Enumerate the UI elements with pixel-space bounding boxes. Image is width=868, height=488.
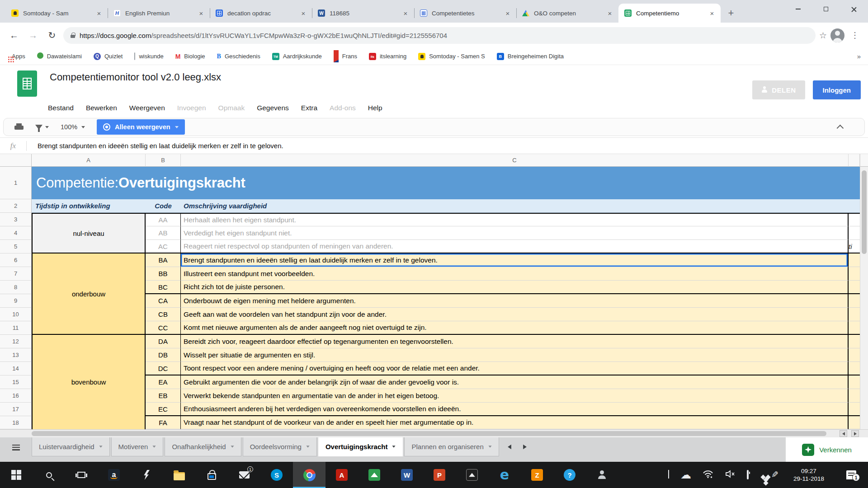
- code-cell-AA[interactable]: AA: [146, 213, 181, 226]
- code-cell-BB[interactable]: BB: [146, 267, 181, 281]
- description-cell-BC[interactable]: Richt zich tot de juiste personen.: [181, 281, 849, 294]
- column-header-B[interactable]: B: [146, 154, 181, 167]
- sheet-tab-luistervaardigheid[interactable]: Luistervaardigheid: [32, 437, 110, 456]
- onedrive-icon[interactable]: ☁: [680, 469, 691, 480]
- tab-close-icon[interactable]: ×: [401, 9, 410, 17]
- mail-taskbar-icon[interactable]: 1: [228, 462, 260, 488]
- description-cell-EB[interactable]: Verwerkt bekende standpunten en argument…: [181, 389, 849, 403]
- browser-tab[interactable]: decatlon opdrac×: [210, 4, 312, 23]
- vertical-scrollbar[interactable]: [860, 167, 868, 429]
- edge-cell-15[interactable]: [849, 375, 860, 389]
- browser-menu-icon[interactable]: ⋮: [848, 30, 862, 40]
- skype-taskbar-icon[interactable]: S: [260, 462, 293, 488]
- competence-banner-cell[interactable]: Competentie: Overtuigingskracht: [32, 167, 860, 199]
- new-tab-button[interactable]: +: [724, 6, 738, 20]
- description-cell-CC[interactable]: Komt met nieuwe argumenten als de ander …: [181, 321, 849, 335]
- chrome-taskbar-icon[interactable]: [293, 462, 326, 488]
- description-cell-AC[interactable]: Reageert niet respectvol op standpunten …: [181, 240, 849, 253]
- wifi-icon[interactable]: [703, 469, 713, 480]
- description-cell-EC[interactable]: Enthousiasmeert anderen bij het verdedig…: [181, 403, 849, 416]
- prev-sheets-icon[interactable]: [508, 445, 511, 449]
- close-button[interactable]: [840, 0, 868, 18]
- menu-help[interactable]: Help: [368, 104, 382, 112]
- row-header-13[interactable]: 13: [0, 348, 32, 362]
- people-taskbar-icon[interactable]: [586, 462, 618, 488]
- group-cell-onderbouw[interactable]: onderbouw: [32, 253, 146, 335]
- explore-button[interactable]: Verkennen: [786, 437, 868, 462]
- description-cell-FA[interactable]: Vraagt naar het standpunt of de voorkeur…: [181, 416, 849, 429]
- volume-muted-icon[interactable]: [725, 469, 736, 480]
- sheet-tab-caret-icon[interactable]: [153, 446, 156, 448]
- sheet-tab-caret-icon[interactable]: [392, 446, 396, 448]
- code-cell-FA[interactable]: FA: [146, 416, 181, 429]
- zermelo-taskbar-icon[interactable]: Z: [521, 462, 553, 488]
- row-header-3[interactable]: 3: [0, 213, 32, 226]
- bookmark-item[interactable]: Apps: [8, 53, 25, 60]
- edge-cell-10[interactable]: [849, 308, 860, 321]
- edge-cell-18[interactable]: [849, 416, 860, 429]
- edge-cell-5[interactable]: ti: [849, 240, 860, 253]
- tab-close-icon[interactable]: ×: [197, 9, 205, 17]
- share-button[interactable]: DELEN: [752, 80, 805, 99]
- sheet-tab-caret-icon[interactable]: [306, 446, 309, 448]
- start-taskbar-icon[interactable]: [0, 462, 33, 488]
- column-header-A[interactable]: A: [32, 154, 146, 167]
- bookmarks-overflow-icon[interactable]: »: [857, 52, 860, 60]
- back-button[interactable]: ←: [6, 28, 22, 43]
- bookmark-item[interactable]: Frans: [334, 53, 357, 60]
- edge-cell-14[interactable]: [849, 362, 860, 375]
- row-header-2[interactable]: 2: [0, 199, 32, 213]
- menu-opmaak[interactable]: Opmaak: [218, 104, 245, 112]
- tab-close-icon[interactable]: ×: [95, 9, 103, 17]
- collapse-toolbar-icon[interactable]: [837, 124, 844, 131]
- tab-close-icon[interactable]: ×: [504, 9, 512, 17]
- browser-tab[interactable]: HEnglish Premiun×: [108, 4, 210, 23]
- maximize-button[interactable]: [812, 0, 840, 18]
- lightning-taskbar-icon[interactable]: [130, 462, 163, 488]
- code-cell-EC[interactable]: EC: [146, 403, 181, 416]
- code-cell-BC[interactable]: BC: [146, 281, 181, 294]
- row-header-18[interactable]: 18: [0, 416, 32, 429]
- row-header-8[interactable]: 8: [0, 281, 32, 294]
- edge-cell-8[interactable]: [849, 281, 860, 294]
- code-cell-CA[interactable]: CA: [146, 294, 181, 308]
- edge-cell-7[interactable]: [849, 267, 860, 281]
- sheet-tab-caret-icon[interactable]: [488, 446, 491, 448]
- tray-expand-icon[interactable]: [668, 471, 669, 479]
- group-cell-bovenbouw[interactable]: bovenbouw: [32, 335, 146, 429]
- menu-add-ons[interactable]: Add-ons: [330, 104, 356, 112]
- photos-green-taskbar-icon[interactable]: [358, 462, 391, 488]
- browser-tab[interactable]: W118685×: [312, 4, 414, 23]
- edge-taskbar-icon[interactable]: e: [488, 462, 521, 488]
- edge-cell-16[interactable]: [849, 389, 860, 403]
- row-header-1[interactable]: 1: [0, 167, 32, 199]
- row-header-7[interactable]: 7: [0, 267, 32, 281]
- code-cell-DC[interactable]: DC: [146, 362, 181, 375]
- tab-close-icon[interactable]: ×: [708, 9, 716, 17]
- row-header-16[interactable]: 16: [0, 389, 32, 403]
- hscroll-right-button[interactable]: [851, 430, 859, 437]
- photos-taskbar-icon[interactable]: [456, 462, 488, 488]
- sheet-tab-motiveren[interactable]: Motiveren: [111, 437, 164, 456]
- acrobat-taskbar-icon[interactable]: A: [326, 462, 358, 488]
- menu-extra[interactable]: Extra: [301, 104, 317, 112]
- formula-value[interactable]: Brengt standpunten en ideeën stellig en …: [27, 142, 283, 150]
- sheet-tab-caret-icon[interactable]: [99, 446, 102, 448]
- menu-invoegen[interactable]: Invoegen: [177, 104, 206, 112]
- code-cell-CC[interactable]: CC: [146, 321, 181, 335]
- taskbar-clock[interactable]: 09:27 29-11-2018: [793, 467, 824, 483]
- bookmark-item[interactable]: Dawateislami: [37, 52, 82, 60]
- code-cell-BA[interactable]: BA: [146, 253, 181, 267]
- row-header-15[interactable]: 15: [0, 375, 32, 389]
- edge-cell-4[interactable]: [849, 226, 860, 240]
- vscroll-thumb[interactable]: [862, 170, 867, 254]
- description-cell-DB[interactable]: Wisselt per situatie de argumenten en st…: [181, 348, 849, 362]
- sheet-tab-overtuigingskracht[interactable]: Overtuigingskracht: [318, 437, 403, 456]
- row-header-14[interactable]: 14: [0, 362, 32, 375]
- row-header-4[interactable]: 4: [0, 226, 32, 240]
- bookmark-item[interactable]: QQuizlet: [94, 52, 123, 60]
- filter-button[interactable]: [35, 125, 49, 130]
- header-cell-code[interactable]: Code: [146, 199, 181, 213]
- group-cell-nul-niveau[interactable]: nul-niveau: [32, 213, 146, 253]
- store-taskbar-icon[interactable]: [195, 462, 228, 488]
